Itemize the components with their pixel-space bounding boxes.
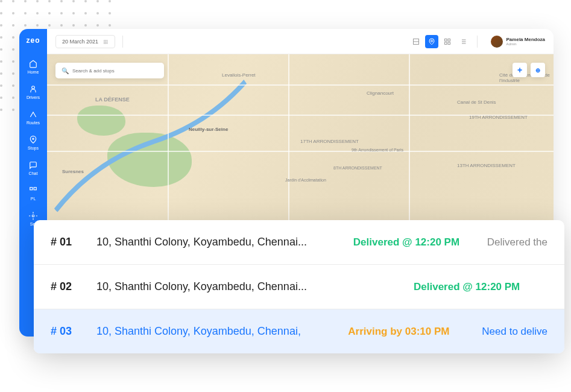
map-road — [47, 84, 554, 86]
map-place-label: 17TH ARRONDISSEMENT — [300, 139, 359, 144]
delivery-row[interactable]: # 0210, Shanthi Colony, Koyambedu, Chenn… — [34, 265, 564, 309]
delivery-number: # 01 — [51, 236, 83, 248]
nav-label: PL — [31, 197, 36, 201]
calendar-icon: ▦ — [103, 39, 109, 45]
map-road — [47, 151, 554, 152]
map-place-label: 8TH ARRONDISSEMENT — [333, 166, 382, 170]
svg-rect-10 — [444, 42, 447, 45]
delivery-note: Delivered the — [487, 236, 547, 248]
delivery-row[interactable]: # 0110, Shanthi Colony, Koyambedu, Chenn… — [34, 220, 564, 265]
delivery-number: # 02 — [51, 280, 83, 293]
delivery-address: 10, Shanthi Colony, Koyambedu, Chennai, — [96, 325, 335, 338]
nav-label: Drivers — [27, 95, 40, 100]
search-input[interactable] — [72, 68, 158, 74]
view-list[interactable] — [456, 35, 470, 48]
map-place-label: 13TH ARRONDISSEMENT — [457, 163, 516, 168]
map-place-label: 19TH ARRONDISSEMENT — [469, 115, 528, 120]
delivery-status: Delivered @ 12:20 PM — [414, 281, 534, 293]
pin-icon — [29, 136, 37, 144]
home-icon — [29, 60, 37, 68]
map-place-label: Jardin d'Acclimatation — [285, 178, 326, 182]
map-place-label: Clignancourt — [367, 90, 394, 96]
map-place-label: Canal de St Denis — [457, 100, 496, 105]
nav-drivers[interactable]: Drivers — [19, 80, 47, 105]
divider — [122, 36, 123, 48]
nav-stops[interactable]: Stops — [19, 130, 47, 156]
map-actions: + ⊕ — [513, 63, 545, 77]
user-info: Pamela Mendoza Admin — [506, 37, 545, 46]
delivery-status: Arriving by 03:10 PM — [348, 326, 468, 338]
map-place-label: LA DÉFENSE — [95, 96, 130, 103]
date-value: 20 March 2021 — [62, 39, 98, 45]
map-place-label: Suresnes — [62, 169, 84, 174]
svg-point-7 — [431, 40, 432, 42]
nav-home[interactable]: Home — [19, 54, 47, 80]
delivery-number: # 03 — [51, 325, 83, 338]
view-grid[interactable] — [441, 35, 454, 48]
view-dashboard[interactable] — [409, 35, 423, 48]
map-place-label: Neuilly-sur-Seine — [189, 127, 228, 132]
delivery-address: 10, Shanthi Colony, Koyambedu, Chennai..… — [96, 280, 400, 293]
avatar — [491, 36, 503, 48]
svg-point-0 — [32, 86, 35, 89]
plus-icon: + — [517, 65, 522, 75]
nav-label: Stops — [28, 146, 39, 150]
map-search[interactable]: 🔍 — [55, 63, 164, 78]
nav-label: Home — [28, 70, 39, 74]
date-selector[interactable]: 20 March 2021 ▦ — [55, 35, 115, 48]
nav-label: Routes — [27, 121, 40, 125]
user-icon — [29, 85, 37, 93]
map-place-label: Levallois-Perret — [222, 72, 256, 78]
add-stop-button[interactable]: + — [513, 63, 527, 77]
user-role: Admin — [506, 42, 545, 46]
delivery-note: Need to delive — [482, 326, 547, 338]
delivery-row[interactable]: # 0310, Shanthi Colony, Koyambedu, Chenn… — [34, 309, 564, 353]
user-menu[interactable]: Pamela Mendoza Admin — [491, 36, 545, 48]
view-map[interactable] — [425, 35, 438, 48]
divider — [477, 36, 478, 48]
gear-icon — [29, 212, 37, 220]
delivery-status: Delivered @ 12:20 PM — [353, 236, 474, 248]
route-icon — [29, 110, 37, 119]
logo: zeo — [26, 36, 40, 45]
user-name: Pamela Mendoza — [506, 37, 545, 42]
svg-rect-2 — [30, 188, 33, 190]
nav-routes[interactable]: Routes — [19, 105, 47, 130]
delivery-address: 10, Shanthi Colony, Koyambedu, Chennai..… — [96, 236, 340, 248]
svg-rect-8 — [444, 39, 447, 41]
topbar: 20 March 2021 ▦ Pamela Mendoza Admin — [47, 29, 554, 54]
svg-point-1 — [33, 138, 34, 139]
svg-rect-11 — [448, 42, 450, 45]
locate-button[interactable]: ⊕ — [531, 63, 545, 77]
locate-icon: ⊕ — [535, 67, 540, 74]
view-toggles — [409, 35, 470, 48]
map-place-label: 9th Arrondissement of Paris — [352, 148, 403, 152]
grid-icon — [29, 186, 37, 195]
delivery-list-panel: # 0110, Shanthi Colony, Koyambedu, Chenn… — [34, 220, 564, 353]
search-icon: 🔍 — [62, 68, 69, 74]
svg-point-4 — [32, 215, 34, 217]
svg-rect-3 — [34, 188, 36, 190]
svg-rect-9 — [448, 39, 450, 41]
